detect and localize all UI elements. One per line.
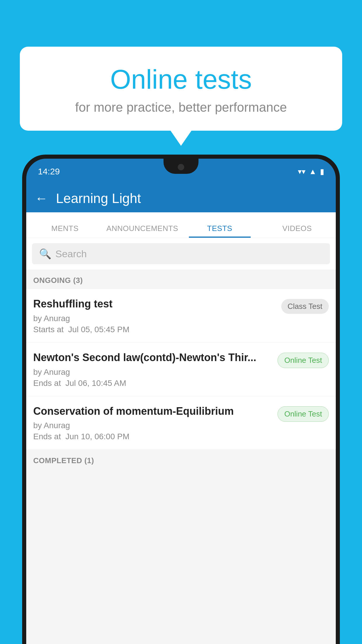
content-area: 🔍 Search ONGOING (3) Reshuffling test by… bbox=[26, 238, 336, 644]
test-item[interactable]: Conservation of momentum-Equilibrium by … bbox=[26, 396, 336, 450]
search-icon: 🔍 bbox=[39, 248, 51, 260]
wifi-icon: ▾▾ bbox=[298, 167, 305, 176]
camera-dot bbox=[178, 164, 184, 170]
status-icons: ▾▾ ▲ ▮ bbox=[298, 167, 324, 176]
search-placeholder-text: Search bbox=[55, 248, 87, 260]
signal-icon: ▲ bbox=[309, 167, 317, 176]
ongoing-section-header: ONGOING (3) bbox=[26, 270, 336, 289]
test-time: Ends at Jun 10, 06:00 PM bbox=[33, 432, 272, 441]
status-bar: 14:29 ▾▾ ▲ ▮ bbox=[26, 159, 336, 184]
status-time: 14:29 bbox=[38, 167, 60, 176]
test-list: Reshuffling test by Anurag Starts at Jul… bbox=[26, 289, 336, 450]
test-item[interactable]: Reshuffling test by Anurag Starts at Jul… bbox=[26, 289, 336, 343]
tab-videos[interactable]: VIDEOS bbox=[259, 224, 336, 238]
completed-section-header: COMPLETED (1) bbox=[26, 450, 336, 469]
app-title: Learning Light bbox=[56, 190, 141, 206]
class-test-badge: Class Test bbox=[281, 299, 329, 314]
test-time: Starts at Jul 05, 05:45 PM bbox=[33, 325, 275, 334]
tab-tests[interactable]: TESTS bbox=[181, 224, 259, 238]
speech-bubble: Online tests for more practice, better p… bbox=[20, 47, 342, 131]
search-bar[interactable]: 🔍 Search bbox=[32, 243, 330, 264]
battery-icon: ▮ bbox=[320, 167, 324, 176]
phone-inner: 14:29 ▾▾ ▲ ▮ ← Learning Light MENTS ANNO… bbox=[26, 159, 336, 644]
back-button[interactable]: ← bbox=[35, 191, 48, 206]
test-item[interactable]: Newton's Second law(contd)-Newton's Thir… bbox=[26, 343, 336, 396]
notch-cutout bbox=[164, 159, 198, 174]
app-header: ← Learning Light bbox=[26, 184, 336, 212]
test-time: Ends at Jul 06, 10:45 AM bbox=[33, 379, 272, 388]
search-container: 🔍 Search bbox=[26, 238, 336, 270]
test-info: Reshuffling test by Anurag Starts at Jul… bbox=[33, 297, 281, 334]
test-info: Newton's Second law(contd)-Newton's Thir… bbox=[33, 351, 277, 388]
test-name: Newton's Second law(contd)-Newton's Thir… bbox=[33, 351, 272, 365]
tab-announcements[interactable]: ANNOUNCEMENTS bbox=[104, 224, 181, 238]
bubble-title: Online tests bbox=[34, 64, 328, 95]
bubble-subtitle: for more practice, better performance bbox=[34, 100, 328, 115]
phone-frame: 14:29 ▾▾ ▲ ▮ ← Learning Light MENTS ANNO… bbox=[22, 155, 340, 644]
tabs-bar: MENTS ANNOUNCEMENTS TESTS VIDEOS bbox=[26, 212, 336, 238]
test-info: Conservation of momentum-Equilibrium by … bbox=[33, 405, 277, 442]
test-author: by Anurag bbox=[33, 421, 272, 430]
tab-ments[interactable]: MENTS bbox=[26, 224, 104, 238]
test-author: by Anurag bbox=[33, 368, 272, 377]
test-name: Reshuffling test bbox=[33, 297, 275, 311]
test-author: by Anurag bbox=[33, 314, 275, 323]
test-name: Conservation of momentum-Equilibrium bbox=[33, 405, 272, 418]
online-test-badge-2: Online Test bbox=[277, 406, 329, 422]
online-test-badge: Online Test bbox=[277, 353, 329, 368]
